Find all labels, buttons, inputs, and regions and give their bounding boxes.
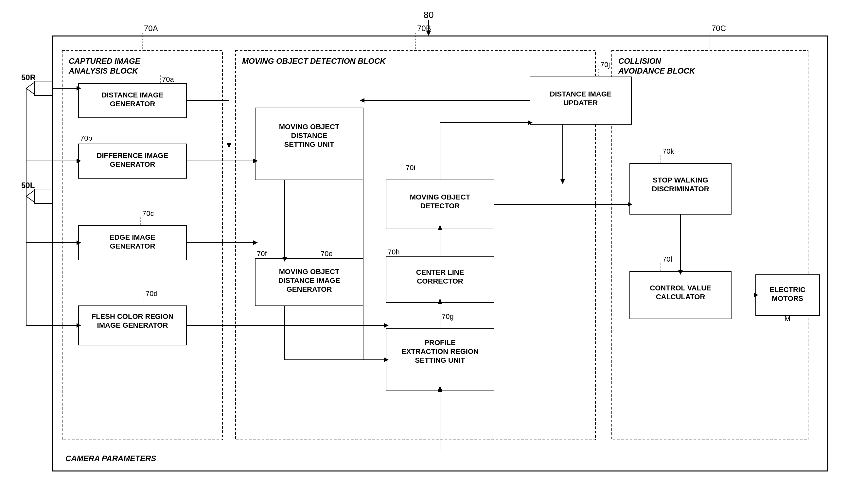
ref-70j: 70j bbox=[600, 60, 610, 69]
stop-walk-line2: DISCRIMINATOR bbox=[652, 185, 709, 193]
mod-img-gen-line2: DISTANCE IMAGE bbox=[278, 277, 340, 284]
mod-img-gen-line3: GENERATOR bbox=[287, 285, 332, 293]
profile-line3: SETTING UNIT bbox=[415, 356, 465, 364]
ref-70f: 70f bbox=[257, 249, 267, 258]
ref-70k: 70k bbox=[662, 147, 674, 155]
ref-70d: 70d bbox=[146, 290, 158, 297]
center-line1: CENTER LINE bbox=[416, 268, 464, 277]
ref-70l: 70l bbox=[662, 255, 672, 263]
mod-setting-line2: DISTANCE bbox=[291, 131, 327, 140]
profile-line2: EXTRACTION REGION bbox=[401, 347, 478, 355]
motors-line1: ELECTRIC bbox=[770, 285, 806, 294]
ref-70C: 70C bbox=[712, 24, 726, 33]
diff-img-gen-line2: GENERATOR bbox=[110, 160, 155, 168]
motors-line2: MOTORS bbox=[772, 294, 803, 303]
ref-70c: 70c bbox=[142, 209, 154, 218]
block-70C-line2: AVOIDANCE BLOCK bbox=[618, 67, 695, 75]
ref-70i: 70i bbox=[406, 164, 415, 172]
label-50R: 50R bbox=[21, 73, 36, 82]
block-70A-line2: ANALYSIS BLOCK bbox=[68, 67, 138, 75]
camera-params: CAMERA PARAMETERS bbox=[66, 454, 156, 463]
block-70A-line1: CAPTURED IMAGE bbox=[69, 57, 141, 66]
svg-rect-102 bbox=[34, 189, 52, 203]
stop-walk-line1: STOP WALKING bbox=[653, 176, 708, 184]
detector-line1: MOVING OBJECT bbox=[410, 193, 471, 201]
ref-70h: 70h bbox=[388, 248, 400, 256]
control-calc-line2: CALCULATOR bbox=[656, 293, 705, 301]
detector-line2: DETECTOR bbox=[420, 202, 460, 210]
flesh-gen-line1: FLESH COLOR REGION bbox=[92, 312, 174, 320]
main-diagram-svg: 80 CAPTURED IMAGE ANALYSIS BLOCK 70A MOV… bbox=[0, 0, 865, 504]
updater-line1: DISTANCE IMAGE bbox=[550, 90, 611, 98]
center-line2: CORRECTOR bbox=[417, 277, 463, 285]
edge-img-gen-line2: GENERATOR bbox=[110, 242, 155, 250]
ref-70A: 70A bbox=[144, 24, 158, 33]
ref-M: M bbox=[785, 315, 791, 323]
svg-rect-100 bbox=[34, 81, 52, 95]
control-calc-line1: CONTROL VALUE bbox=[650, 284, 711, 292]
ref-70B: 70B bbox=[417, 24, 431, 33]
label-80: 80 bbox=[423, 10, 434, 20]
dist-img-gen-line2: GENERATOR bbox=[110, 100, 155, 108]
mod-setting-line3: SETTING UNIT bbox=[284, 140, 334, 149]
ref-70e: 70e bbox=[321, 249, 333, 258]
label-50L: 50L bbox=[21, 181, 35, 190]
mod-img-gen-line1: MOVING OBJECT bbox=[279, 268, 339, 276]
mod-setting-line1: MOVING OBJECT bbox=[279, 122, 339, 131]
ref-70g: 70g bbox=[442, 312, 454, 320]
flesh-gen-line2: IMAGE GENERATOR bbox=[97, 321, 168, 329]
ref-70a: 70a bbox=[162, 75, 174, 83]
block-70C-line1: COLLISION bbox=[618, 57, 661, 66]
ref-70b: 70b bbox=[80, 134, 92, 142]
block-70B: MOVING OBJECT DETECTION BLOCK bbox=[242, 57, 386, 66]
dist-img-gen-line1: DISTANCE IMAGE bbox=[101, 91, 163, 99]
profile-line1: PROFILE bbox=[424, 339, 455, 347]
edge-img-gen-line1: EDGE IMAGE bbox=[109, 233, 156, 242]
updater-line2: UPDATER bbox=[564, 99, 598, 107]
diff-img-gen-line1: DIFFERENCE IMAGE bbox=[97, 151, 169, 160]
